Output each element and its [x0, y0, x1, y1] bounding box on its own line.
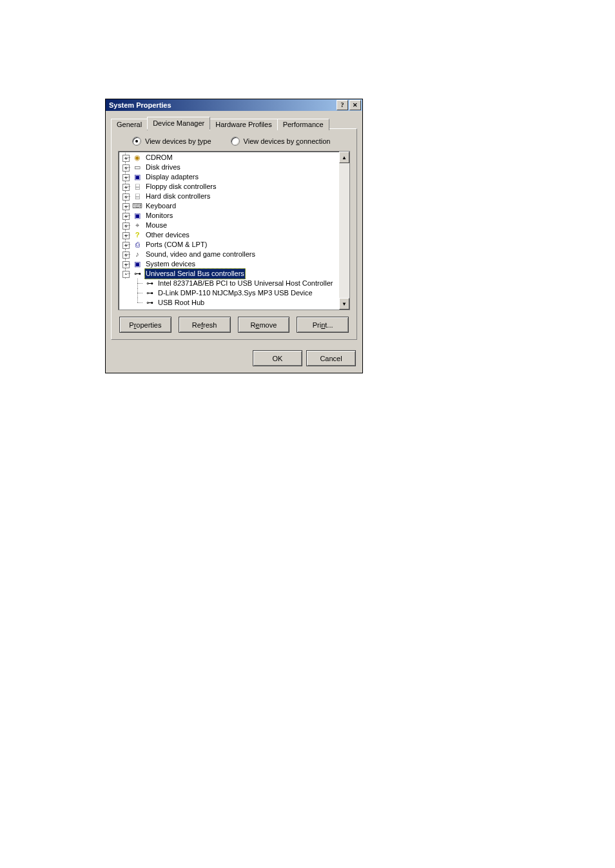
- ok-button[interactable]: OK: [253, 350, 302, 366]
- expand-icon[interactable]: +: [122, 261, 130, 268]
- radio-dot-icon: [231, 137, 240, 146]
- window-title: System Properties: [107, 101, 335, 109]
- tab-device-manager[interactable]: Device Manager: [147, 117, 210, 130]
- tree-item[interactable]: ⊶Intel 82371AB/EB PCI to USB Universal H…: [120, 279, 339, 288]
- tree-item[interactable]: +⌸Floppy disk controllers: [120, 182, 339, 192]
- print-button[interactable]: Print...: [297, 317, 349, 333]
- cancel-button[interactable]: Cancel: [306, 350, 356, 366]
- keyboard-icon: ⌨: [132, 202, 142, 210]
- tree-item-label: Monitors: [144, 211, 174, 221]
- tree-item[interactable]: +⌖Mouse: [120, 221, 339, 230]
- refresh-button[interactable]: Refresh: [179, 317, 231, 333]
- tree-item[interactable]: +♪Sound, video and game controllers: [120, 250, 339, 259]
- tree-item-label: Ports (COM & LPT): [144, 240, 208, 250]
- tree-item-label: D-Link DMP-110 NtJCMp3.Sys MP3 USB Devic…: [157, 288, 314, 298]
- tree-item-label: CDROM: [144, 153, 174, 163]
- radio-view-by-type[interactable]: View devices by type: [132, 137, 211, 146]
- tab-panel-device-manager: View devices by type View devices by con…: [111, 128, 357, 340]
- expand-icon[interactable]: +: [122, 203, 130, 210]
- tree-item[interactable]: +◉CDROM: [120, 153, 339, 163]
- tab-general[interactable]: General: [111, 119, 148, 130]
- tree-item-label: USB Root Hub: [157, 298, 206, 308]
- usb-icon: ⊶: [144, 289, 155, 297]
- system-icon: ▣: [132, 260, 142, 268]
- tree-item[interactable]: ⊶D-Link DMP-110 NtJCMp3.Sys MP3 USB Devi…: [120, 288, 339, 298]
- expand-icon[interactable]: +: [122, 164, 130, 172]
- scroll-up-button[interactable]: [339, 152, 349, 163]
- radio-dot-icon: [132, 137, 141, 146]
- expand-icon[interactable]: +: [122, 193, 130, 201]
- tree-item-label: Keyboard: [144, 201, 177, 211]
- floppy-icon: ⌸: [132, 182, 142, 191]
- tree-item[interactable]: ⊶USB Root Hub: [120, 298, 339, 308]
- expand-icon[interactable]: +: [122, 252, 130, 259]
- tree-item[interactable]: +⎙Ports (COM & LPT): [120, 240, 339, 250]
- sound-icon: ♪: [132, 250, 142, 259]
- expand-icon[interactable]: +: [122, 213, 130, 220]
- tree-item-label: Universal Serial Bus controllers: [144, 268, 246, 279]
- device-tree[interactable]: +◉CDROM+▭Disk drives+▣Display adapters+⌸…: [118, 151, 350, 310]
- radio-view-by-connection[interactable]: View devices by connection: [231, 137, 331, 146]
- ports-icon: ⎙: [132, 241, 142, 249]
- tree-item-label: Floppy disk controllers: [144, 182, 217, 192]
- tree-item[interactable]: +▭Disk drives: [120, 163, 339, 172]
- tree-item[interactable]: -⊶Universal Serial Bus controllers: [120, 269, 339, 279]
- expand-icon[interactable]: +: [122, 155, 130, 162]
- cd-icon: ◉: [132, 153, 142, 162]
- tab-hardware-profiles[interactable]: Hardware Profiles: [210, 119, 277, 130]
- tree-item[interactable]: +?Other devices: [120, 230, 339, 240]
- tree-item[interactable]: +⌸Hard disk controllers: [120, 192, 339, 201]
- radio-label: View devices by type: [145, 137, 211, 145]
- tree-item[interactable]: +▣System devices: [120, 259, 339, 269]
- other-icon: ?: [132, 231, 142, 239]
- titlebar[interactable]: System Properties: [106, 99, 362, 111]
- tree-item[interactable]: +⌨Keyboard: [120, 201, 339, 211]
- remove-button[interactable]: Remove: [238, 317, 290, 333]
- tree-item-label: Hard disk controllers: [144, 192, 211, 201]
- scroll-track[interactable]: [339, 163, 349, 298]
- system-properties-dialog: System Properties General Device Manager…: [105, 99, 363, 373]
- tabstrip: General Device Manager Hardware Profiles…: [111, 116, 357, 129]
- close-button[interactable]: [349, 100, 361, 110]
- radio-label: View devices by connection: [244, 137, 331, 145]
- tree-item-label: Mouse: [144, 221, 168, 230]
- tree-item-label: System devices: [144, 259, 197, 269]
- mouse-icon: ⌖: [132, 221, 142, 230]
- properties-button[interactable]: Properties: [119, 317, 171, 333]
- collapse-icon[interactable]: -: [122, 271, 130, 278]
- help-button[interactable]: [337, 100, 348, 110]
- disk-icon: ▭: [132, 163, 142, 172]
- expand-icon[interactable]: +: [122, 174, 130, 181]
- tree-item-label: Sound, video and game controllers: [144, 250, 257, 259]
- usb-icon: ⊶: [144, 299, 155, 307]
- expand-icon[interactable]: +: [122, 222, 130, 230]
- expand-icon[interactable]: +: [122, 242, 130, 249]
- tree-item[interactable]: +▣Monitors: [120, 211, 339, 221]
- tree-item[interactable]: +▣Display adapters: [120, 172, 339, 182]
- tab-performance[interactable]: Performance: [277, 119, 329, 130]
- scroll-down-button[interactable]: [339, 298, 349, 310]
- monitor-icon: ▣: [132, 212, 142, 220]
- tree-item-label: Other devices: [144, 230, 191, 240]
- usb-icon: ⊶: [144, 279, 155, 288]
- usb-icon: ⊶: [132, 270, 142, 278]
- hd-icon: ⌸: [132, 192, 142, 201]
- expand-icon[interactable]: +: [122, 232, 130, 239]
- tree-item-label: Display adapters: [144, 172, 200, 182]
- tree-item-label: Disk drives: [144, 163, 182, 172]
- scrollbar-vertical[interactable]: [339, 152, 349, 310]
- expand-icon[interactable]: +: [122, 184, 130, 191]
- display-icon: ▣: [132, 173, 142, 181]
- tree-item-label: Intel 82371AB/EB PCI to USB Universal Ho…: [157, 279, 334, 288]
